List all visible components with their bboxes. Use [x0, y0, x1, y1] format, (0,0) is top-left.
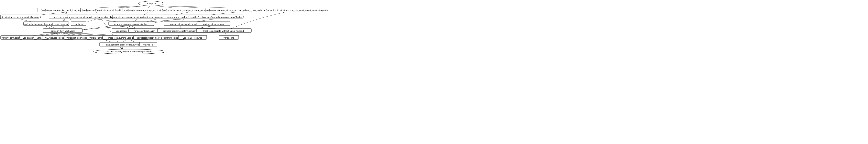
node-var-key-permissions: var.key_permissions [1, 35, 22, 40]
svg-text:random_string.secrets_random: random_string.secrets_random [170, 23, 199, 25]
svg-text:var.keys: var.keys [75, 23, 83, 25]
node-var-msi-id: var.msi_id [140, 42, 157, 46]
graph-container: [root] root [root] output.azurerm_key_va… [0, 0, 868, 144]
svg-text:[root] output.azurerm_storage_: [root] output.azurerm_storage_account_pr… [205, 9, 274, 11]
node-var-account-replication-type: var account replication [129, 29, 160, 32]
node-azurerm-storage-account-diaglogs: azurerm_storage_account.diaglogs [108, 22, 154, 26]
node-root: [root] root [138, 1, 164, 6]
node-random-string-random: random_string.random [197, 22, 230, 26]
node-var-secrets: var.secrets [219, 35, 239, 40]
svg-text:var.secret_permissions: var.secret_permissions [67, 37, 89, 39]
node-output-key-vault-secret-names: [root] output.azurerm_key_vault_secret_n… [272, 8, 329, 12]
svg-text:var location: var location [23, 37, 34, 39]
svg-text:[root] provider["registry.terr: [root] provider["registry.terraform.io/h… [184, 16, 244, 18]
dependency-graph: [root] root [root] output.azurerm_key_va… [0, 0, 868, 144]
svg-text:var.secrets: var.secrets [223, 37, 234, 39]
svg-text:[root] local.current_user_id_t: [root] local.current_user_id_terraform (… [137, 37, 181, 39]
svg-text:random_string.random: random_string.random [203, 23, 224, 25]
node-data-azurerm-client-config: data.azurerm_client_config.current [100, 42, 146, 46]
svg-text:var account replication: var account replication [133, 30, 155, 32]
svg-text:[root] root: [root] root [147, 2, 156, 5]
node-output-key-vault-name: [root] output.azurerm_key_vault_name (ex… [23, 22, 69, 26]
svg-text:[root] output.azurerm_key_vaul: [root] output.azurerm_key_vault_name (ex… [23, 23, 69, 25]
node-output-storage-primary-blob: [root] output.azurerm_storage_account_pr… [205, 8, 274, 12]
svg-text:var.sku_name: var.sku_name [90, 37, 103, 39]
node-var-create-resource: var.create_resource [178, 35, 207, 40]
node-output-key-vault-id: [root] output.azurerm_key_vault_id (expa… [0, 15, 41, 19]
svg-text:[root] output.azurerm_key_vaul: [root] output.azurerm_key_vault_secret_n… [273, 9, 328, 11]
svg-text:var.msi_id: var.msi_id [144, 44, 153, 46]
svg-text:azurerm_key_vault.vault: azurerm_key_vault.vault [51, 30, 74, 32]
node-var-keys: var.keys [71, 22, 86, 26]
svg-text:data.azurerm_client_config.cur: data.azurerm_client_config.current [106, 44, 139, 46]
node-local-current-user-id-terraform: [root] local.current_user_id_terraform (… [133, 35, 185, 40]
node-provider-azurerm: provider["registry.terraform.io/hashicor… [93, 49, 166, 54]
node-provider-random-close: [root] provider["registry.terraform.io/h… [184, 15, 244, 19]
svg-text:[root] output.azurerm_key_vaul: [root] output.azurerm_key_vault_id (expa… [0, 16, 41, 18]
svg-text:azurerm_storage_account.diaglo: azurerm_storage_account.diaglogs [114, 23, 148, 25]
node-azurerm-key-vault-vault: azurerm_key_vault.vault [43, 29, 83, 32]
node-local-secrets-without-value: [root] local.secrets_without_value (expa… [196, 29, 251, 32]
svg-text:var.key_permissions: var.key_permissions [2, 37, 21, 39]
svg-text:provider["registry.terraform.i: provider["registry.terraform.io/hashicor… [106, 50, 153, 53]
svg-text:var.create_resource: var.create_resource [183, 37, 202, 39]
svg-text:[root] local.secrets_without_v: [root] local.secrets_without_value (expa… [203, 30, 244, 32]
